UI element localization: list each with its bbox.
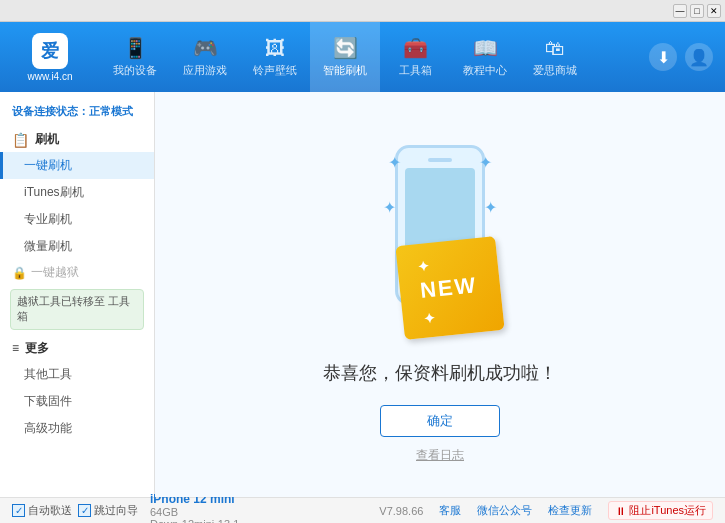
nav-tutorial-label: 教程中心: [463, 63, 507, 78]
nav-ringtones-label: 铃声壁纸: [253, 63, 297, 78]
auto-launch-check-icon: ✓: [12, 504, 25, 517]
sparkle-tl: ✦: [388, 153, 401, 172]
sparkle-mr: ✦: [484, 198, 497, 217]
device-status: 设备连接状态：正常模式: [0, 100, 154, 127]
maximize-button[interactable]: □: [690, 4, 704, 18]
notice-text: 越狱工具已转移至 工具箱: [17, 295, 130, 322]
nav-shop[interactable]: 🛍 爱思商城: [520, 22, 590, 92]
nav-items: 📱 我的设备 🎮 应用游戏 🖼 铃声壁纸 🔄 智能刷机 🧰 工具箱 📖 教程中心…: [100, 22, 649, 92]
footer: ✓ 自动歌送 ✓ 跳过向导 iPhone 12 mini 64GB Down-1…: [0, 497, 725, 523]
status-label: 设备连接状态：: [12, 105, 89, 117]
sparkle-ml: ✦: [383, 198, 396, 217]
header-actions: ⬇ 👤: [649, 43, 725, 71]
itunes-label: 阻止iTunes运行: [629, 503, 706, 518]
sidebar-item-advanced[interactable]: 高级功能: [0, 415, 154, 442]
user-button[interactable]: 👤: [685, 43, 713, 71]
sidebar-item-download-firmware[interactable]: 下载固件: [0, 388, 154, 415]
wechat-link[interactable]: 微信公众号: [477, 503, 532, 518]
wizard-label: 跳过向导: [94, 503, 138, 518]
smart-flash-icon: 🔄: [333, 36, 358, 60]
device-model: Down-12mini-13,1: [150, 518, 239, 524]
new-badge: NEW: [395, 236, 504, 340]
auto-launch-label: 自动歌送: [28, 503, 72, 518]
nav-shop-label: 爱思商城: [533, 63, 577, 78]
tutorial-icon: 📖: [473, 36, 498, 60]
update-link[interactable]: 检查更新: [548, 503, 592, 518]
wizard-checkbox[interactable]: ✓ 跳过向导: [78, 503, 138, 518]
sidebar-item-jailbreak: 🔒 一键越狱: [0, 260, 154, 285]
sidebar: 设备连接状态：正常模式 📋 刷机 一键刷机 iTunes刷机 专业刷机 微量刷机…: [0, 92, 155, 497]
daily-link[interactable]: 查看日志: [416, 447, 464, 464]
nav-toolbox-label: 工具箱: [399, 63, 432, 78]
pro-flash-label: 专业刷机: [24, 212, 72, 226]
success-message: 恭喜您，保资料刷机成功啦！: [323, 361, 557, 385]
footer-right: V7.98.66 客服 微信公众号 检查更新 ⏸ 阻止iTunes运行: [379, 501, 713, 520]
titlebar: — □ ✕: [0, 0, 725, 22]
jailbreak-notice: 越狱工具已转移至 工具箱: [10, 289, 144, 330]
flash-group-icon: 📋: [12, 132, 29, 148]
service-link[interactable]: 客服: [439, 503, 461, 518]
sidebar-item-save-flash[interactable]: 微量刷机: [0, 233, 154, 260]
logo: 爱 www.i4.cn: [0, 33, 100, 82]
auto-launch-checkbox[interactable]: ✓ 自动歌送: [12, 503, 72, 518]
flash-group-header: 📋 刷机: [0, 127, 154, 152]
nav-toolbox[interactable]: 🧰 工具箱: [380, 22, 450, 92]
status-value: 正常模式: [89, 105, 133, 117]
logo-url: www.i4.cn: [27, 71, 72, 82]
header: 爱 www.i4.cn 📱 我的设备 🎮 应用游戏 🖼 铃声壁纸 🔄 智能刷机 …: [0, 22, 725, 92]
close-button[interactable]: ✕: [707, 4, 721, 18]
toolbox-icon: 🧰: [403, 36, 428, 60]
sparkle-tr: ✦: [479, 153, 492, 172]
version-label: V7.98.66: [379, 505, 423, 517]
apps-games-icon: 🎮: [193, 36, 218, 60]
confirm-button[interactable]: 确定: [380, 405, 500, 437]
lock-icon: 🔒: [12, 266, 27, 280]
itunes-icon: ⏸: [615, 505, 626, 517]
itunes-flash-label: iTunes刷机: [24, 185, 84, 199]
phone-speaker: [428, 158, 452, 162]
nav-ringtones[interactable]: 🖼 铃声壁纸: [240, 22, 310, 92]
other-tools-label: 其他工具: [24, 367, 72, 381]
sidebar-item-one-key-flash[interactable]: 一键刷机: [0, 152, 154, 179]
nav-smart-flash[interactable]: 🔄 智能刷机: [310, 22, 380, 92]
ringtones-icon: 🖼: [265, 37, 285, 60]
itunes-status[interactable]: ⏸ 阻止iTunes运行: [608, 501, 713, 520]
download-firmware-label: 下载固件: [24, 394, 72, 408]
more-group-header: ≡ 更多: [0, 334, 154, 361]
my-device-icon: 📱: [123, 36, 148, 60]
device-storage: 64GB: [150, 506, 239, 518]
save-flash-label: 微量刷机: [24, 239, 72, 253]
main-container: 设备连接状态：正常模式 📋 刷机 一键刷机 iTunes刷机 专业刷机 微量刷机…: [0, 92, 725, 497]
nav-my-device[interactable]: 📱 我的设备: [100, 22, 170, 92]
shop-icon: 🛍: [545, 37, 565, 60]
sidebar-item-pro-flash[interactable]: 专业刷机: [0, 206, 154, 233]
one-key-flash-label: 一键刷机: [24, 158, 72, 172]
flash-group-label: 刷机: [35, 131, 59, 148]
sidebar-item-itunes-flash[interactable]: iTunes刷机: [0, 179, 154, 206]
nav-apps-games[interactable]: 🎮 应用游戏: [170, 22, 240, 92]
jailbreak-label: 一键越狱: [31, 264, 79, 281]
wizard-check-icon: ✓: [78, 504, 91, 517]
minimize-button[interactable]: —: [673, 4, 687, 18]
nav-apps-games-label: 应用游戏: [183, 63, 227, 78]
logo-icon: 爱: [32, 33, 68, 69]
success-illustration: ✦ ✦ ✦ ✦ NEW: [340, 125, 540, 345]
more-icon: ≡: [12, 341, 19, 355]
content-area: ✦ ✦ ✦ ✦ NEW 恭喜您，保资料刷机成功啦！ 确定 查看日志: [155, 92, 725, 497]
advanced-label: 高级功能: [24, 421, 72, 435]
nav-my-device-label: 我的设备: [113, 63, 157, 78]
more-group-label: 更多: [25, 340, 49, 357]
nav-smart-flash-label: 智能刷机: [323, 63, 367, 78]
download-button[interactable]: ⬇: [649, 43, 677, 71]
nav-tutorial[interactable]: 📖 教程中心: [450, 22, 520, 92]
sidebar-item-other-tools[interactable]: 其他工具: [0, 361, 154, 388]
